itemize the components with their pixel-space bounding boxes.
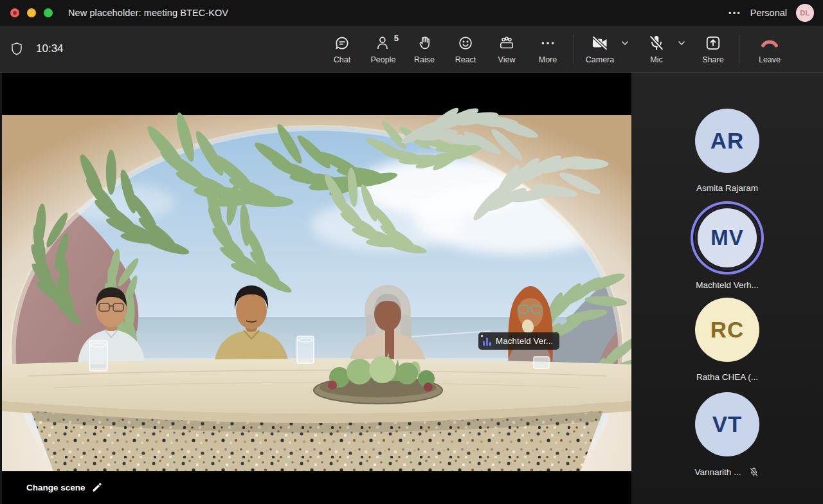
- meeting-toolbar: 10:34 Chat 5 People Raise: [0, 26, 823, 73]
- toolbar-divider: [574, 35, 574, 63]
- account-label[interactable]: Personal: [750, 8, 787, 18]
- participant-name: Vannarith ...: [695, 467, 741, 477]
- meeting-window: New placeholder: meeting BTEC-KOV ••• Pe…: [0, 0, 823, 504]
- react-button[interactable]: React: [445, 34, 486, 64]
- raise-hand-button[interactable]: Raise: [404, 34, 445, 64]
- camera-button[interactable]: Camera: [579, 34, 620, 64]
- camera-label: Camera: [586, 55, 614, 64]
- view-icon: [498, 34, 516, 52]
- leave-label: Leave: [759, 55, 781, 64]
- zoom-window-button[interactable]: [44, 8, 53, 17]
- people-count-badge: 5: [394, 33, 399, 43]
- toolbar-divider: [739, 35, 739, 63]
- change-scene-button[interactable]: Change scene: [26, 482, 102, 493]
- participant-name: Ratha CHEA (...: [696, 372, 758, 382]
- window-title: New placeholder: meeting BTEC-KOV: [68, 8, 228, 18]
- avatar: RC: [695, 298, 759, 362]
- react-icon: [457, 34, 474, 52]
- leave-call-icon: [760, 34, 779, 52]
- participant-tile-ar[interactable]: ARAsmita Rajaram: [631, 109, 823, 203]
- avatar: MV: [698, 208, 757, 267]
- video-name-tag-label: Machteld Ver...: [496, 336, 553, 346]
- mic-off-icon: [647, 34, 665, 52]
- participant-tile-rc[interactable]: RCRatha CHEA (...: [631, 298, 823, 392]
- share-button[interactable]: Share: [692, 34, 734, 64]
- chat-button[interactable]: Chat: [321, 34, 363, 64]
- meeting-timer: 10:34: [36, 42, 64, 55]
- close-window-button[interactable]: [10, 8, 19, 17]
- titlebar: New placeholder: meeting BTEC-KOV ••• Pe…: [0, 0, 823, 26]
- participants-sidebar: ARAsmita RajaramMVMachteld Verh...RCRath…: [631, 73, 823, 504]
- people-label: People: [371, 55, 396, 64]
- together-mode-scene: [2, 74, 631, 471]
- camera-options-chevron-icon[interactable]: [618, 34, 632, 52]
- share-icon: [705, 34, 721, 52]
- account-avatar[interactable]: DL: [796, 4, 814, 22]
- main-video-tile[interactable]: Machteld Ver... Change scene: [0, 73, 631, 504]
- mic-button[interactable]: Mic: [636, 34, 677, 64]
- video-name-tag: Machteld Ver...: [478, 332, 559, 350]
- camera-off-icon: [591, 34, 609, 52]
- meeting-table: [2, 359, 631, 471]
- avatar: AR: [695, 109, 759, 173]
- avatar: VT: [695, 392, 759, 456]
- change-scene-label: Change scene: [26, 483, 86, 492]
- video-letterbox-top: [2, 74, 631, 115]
- view-label: View: [498, 55, 516, 64]
- audio-activity-icon: [483, 337, 491, 346]
- mic-muted-icon: [748, 467, 759, 478]
- participant-tile-vt[interactable]: VTVannarith ...: [631, 392, 823, 487]
- leave-button[interactable]: Leave: [747, 34, 792, 64]
- react-label: React: [455, 55, 476, 64]
- speaking-indicator-ring: MV: [695, 206, 759, 270]
- chat-icon: [334, 34, 350, 52]
- traffic-lights: [10, 8, 53, 17]
- participant-tile-mv[interactable]: MVMachteld Verh...: [631, 203, 823, 298]
- mic-options-chevron-icon[interactable]: [674, 34, 689, 52]
- share-label: Share: [702, 55, 723, 64]
- participant-name: Machteld Verh...: [696, 280, 759, 290]
- raise-hand-icon: [416, 34, 433, 52]
- more-button[interactable]: More: [527, 34, 568, 64]
- participant-name: Asmita Rajaram: [696, 183, 758, 193]
- shield-icon: [9, 41, 24, 57]
- view-button[interactable]: View: [486, 34, 527, 64]
- more-options-icon[interactable]: •••: [728, 8, 741, 18]
- people-button[interactable]: 5 People: [363, 34, 404, 64]
- chat-label: Chat: [334, 55, 350, 64]
- mic-label: Mic: [650, 55, 662, 64]
- raise-label: Raise: [414, 55, 435, 64]
- people-icon: 5: [375, 34, 392, 52]
- more-label: More: [539, 55, 557, 64]
- pencil-icon: [91, 482, 102, 493]
- more-icon: [539, 34, 556, 52]
- minimize-window-button[interactable]: [27, 8, 36, 17]
